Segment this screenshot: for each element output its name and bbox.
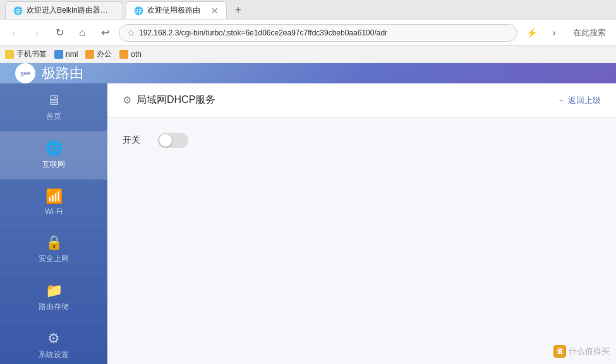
- main-layout: 🖥 首页 🌐 互联网 📶 Wi-Fi 🔒 安全上网: [0, 83, 616, 364]
- home-label: 首页: [46, 111, 61, 122]
- bookmark-oth[interactable]: oth: [119, 50, 142, 59]
- sidebar-item-security[interactable]: 🔒 安全上网: [0, 226, 107, 274]
- sidebar-item-storage[interactable]: 📁 路由存储: [0, 274, 107, 322]
- settings-label: 系统设置: [39, 349, 69, 360]
- content-header: ⚙ 局域网DHCP服务 ← 返回上级: [107, 83, 616, 118]
- tab-1-favicon: 🌐: [13, 6, 23, 15]
- bookmarks-bar: 手机书签 nml 办公 oth: [0, 46, 616, 63]
- page-title: 局域网DHCP服务: [136, 94, 215, 107]
- internet-label: 互联网: [42, 159, 65, 170]
- star-icon: ☆: [127, 28, 135, 38]
- sidebar-item-settings[interactable]: ⚙ 系统设置: [0, 322, 107, 364]
- back-button[interactable]: ‹: [5, 24, 23, 42]
- wifi-icon: 📶: [45, 188, 63, 205]
- bookmark-nml-icon: [54, 50, 63, 59]
- history-button[interactable]: ↩: [96, 24, 114, 42]
- tab-bar: 🌐 欢迎进入Belkin路由器功能面板！ 🌐 欢迎使用极路由 ✕ +: [0, 0, 616, 20]
- bookmark-oth-icon: [119, 50, 128, 59]
- dhcp-toggle[interactable]: [158, 133, 188, 148]
- search-area[interactable]: 在此搜索: [568, 27, 611, 39]
- back-link[interactable]: ← 返回上级: [557, 95, 601, 106]
- tab-1[interactable]: 🌐 欢迎进入Belkin路由器功能面板！: [5, 1, 123, 19]
- sidebar-item-wifi[interactable]: 📶 Wi-Fi: [0, 179, 107, 226]
- bookmark-phone-icon: [5, 50, 14, 59]
- home-icon: 🖥: [47, 92, 61, 109]
- storage-label: 路由存储: [39, 301, 69, 312]
- watermark: 值 什么值得买: [553, 345, 610, 358]
- address-input[interactable]: ☆ 192.168.2.3/cgi-bin/turbo/;stok=6e1d06…: [119, 24, 517, 42]
- new-tab-button[interactable]: +: [229, 1, 247, 19]
- url-text: 192.168.2.3/cgi-bin/turbo/;stok=6e1d06ce…: [139, 28, 509, 37]
- bookmark-phone-label: 手机书签: [16, 49, 47, 59]
- toggle-knob: [159, 134, 172, 147]
- sidebar-nav: 🖥 首页 🌐 互联网 📶 Wi-Fi 🔒 安全上网: [0, 83, 107, 364]
- tab-1-label: 欢迎进入Belkin路由器功能面板！: [27, 5, 115, 16]
- bookmark-phone[interactable]: 手机书签: [5, 49, 47, 59]
- watermark-text: 什么值得买: [569, 346, 610, 357]
- admin-area: gee 极路由 🖥 首页 🌐 互联网 📶: [0, 63, 616, 364]
- page: gee 极路由 🖥 首页 🌐 互联网 📶: [0, 63, 616, 364]
- settings-icon: ⚙: [47, 331, 60, 347]
- storage-icon: 📁: [45, 282, 63, 299]
- wifi-label: Wi-Fi: [45, 207, 63, 216]
- lightning-button[interactable]: ⚡: [522, 24, 540, 42]
- sidebar-item-internet[interactable]: 🌐 互联网: [0, 131, 107, 179]
- gear-icon: ⚙: [123, 94, 131, 106]
- more-button[interactable]: ›: [545, 24, 563, 42]
- toggle-label: 开关: [123, 135, 148, 146]
- content-area: ⚙ 局域网DHCP服务 ← 返回上级 开关: [107, 83, 616, 364]
- bookmark-nml-label: nml: [66, 50, 78, 59]
- forward-button[interactable]: ›: [28, 24, 45, 42]
- home-button[interactable]: ⌂: [73, 24, 91, 42]
- security-icon: 🔒: [45, 234, 63, 251]
- search-label: 在此搜索: [573, 27, 606, 39]
- bookmark-office-icon: [85, 50, 94, 59]
- bookmark-nml[interactable]: nml: [54, 50, 78, 59]
- content-title: ⚙ 局域网DHCP服务: [123, 94, 215, 107]
- bookmark-oth-label: oth: [131, 50, 142, 59]
- toggle-row: 开关: [123, 133, 601, 148]
- content-body: 开关: [107, 118, 616, 176]
- back-arrow-icon: ←: [557, 95, 565, 105]
- tab-2-favicon: 🌐: [134, 6, 143, 15]
- logo-circle: gee: [15, 63, 35, 83]
- bookmark-office[interactable]: 办公: [85, 49, 112, 59]
- internet-icon: 🌐: [45, 140, 63, 157]
- watermark-logo: 值: [553, 345, 566, 358]
- bookmark-office-label: 办公: [97, 49, 112, 59]
- tab-2-label: 欢迎使用极路由: [147, 5, 200, 16]
- address-bar: ‹ › ↻ ⌂ ↩ ☆ 192.168.2.3/cgi-bin/turbo/;s…: [0, 20, 616, 46]
- security-label: 安全上网: [39, 253, 69, 264]
- tab-2[interactable]: 🌐 欢迎使用极路由 ✕: [126, 1, 227, 19]
- admin-header: gee 极路由: [0, 63, 616, 83]
- sidebar-item-home[interactable]: 🖥 首页: [0, 83, 107, 131]
- back-label: 返回上级: [568, 95, 601, 105]
- logo-icon-text: gee: [20, 70, 30, 76]
- logo-title: 极路由: [42, 64, 83, 83]
- tab-2-close[interactable]: ✕: [211, 6, 219, 16]
- refresh-button[interactable]: ↻: [51, 24, 68, 42]
